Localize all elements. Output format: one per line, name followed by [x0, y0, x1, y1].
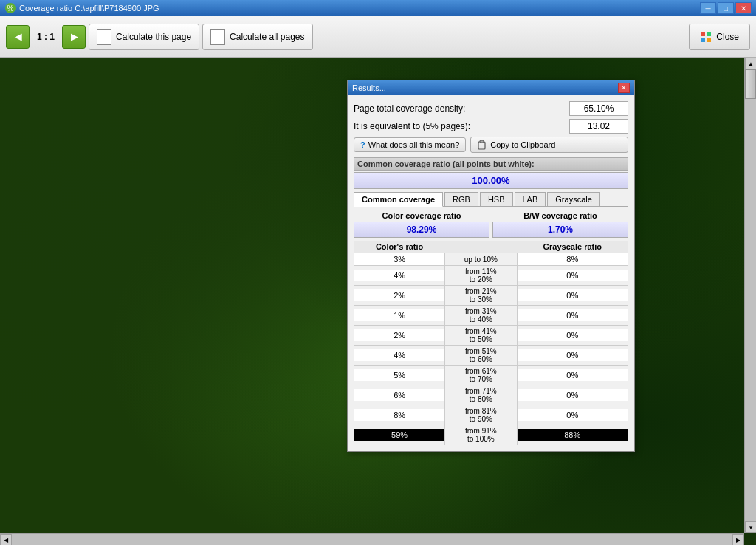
- grayscale-ratio-cell: 0%: [517, 385, 628, 405]
- tabs-row: Common coverage RGB HSB LAB Grayscale: [354, 192, 628, 207]
- range-cell: from 71% to 80%: [445, 385, 517, 405]
- maximize-button[interactable]: □: [718, 2, 734, 14]
- scrollbar-vertical[interactable]: ▲ ▼: [744, 58, 756, 533]
- range-cell: from 11% to 20%: [445, 266, 517, 286]
- next-button[interactable]: ▶: [62, 25, 86, 49]
- svg-rect-5: [707, 38, 711, 42]
- range-cell: from 41% to 50%: [445, 326, 517, 346]
- table-row: 3% up to 10% 8%: [354, 253, 628, 266]
- calculate-all-label: Calculate all pages: [230, 32, 304, 42]
- toolbar: ◀ 1 : 1 ▶ Calculate this page Calculate …: [0, 16, 756, 58]
- scroll-thumb-v[interactable]: [745, 69, 756, 99]
- color-ratio-cell: 3%: [354, 253, 445, 266]
- scroll-up-arrow[interactable]: ▲: [745, 58, 756, 69]
- color-ratio-header: Color's ratio: [354, 241, 445, 253]
- grayscale-ratio-header: Grayscale ratio: [517, 241, 628, 253]
- equivalent-value: 13.02: [569, 119, 628, 134]
- close-app-button[interactable]: Close: [689, 24, 750, 50]
- svg-rect-3: [707, 32, 711, 36]
- results-dialog: Results... ✕ Page total coverage density…: [347, 80, 635, 452]
- table-row: 1% from 31% to 40% 0%: [354, 306, 628, 326]
- color-ratio-cell: 6%: [354, 385, 445, 405]
- bw-coverage-value: 1.70%: [492, 222, 628, 238]
- window-close-button[interactable]: ✕: [735, 2, 752, 14]
- grayscale-ratio-cell: 0%: [517, 405, 628, 425]
- grayscale-ratio-cell: 0%: [517, 346, 628, 366]
- help-button[interactable]: ? What does all this mean?: [354, 137, 466, 152]
- tab-common-coverage[interactable]: Common coverage: [354, 192, 443, 207]
- color-ratio-cell: 59%: [354, 425, 445, 445]
- window-title: Coverage ratio C:\apfill\P7184900.JPG: [19, 4, 700, 13]
- tab-hsb[interactable]: HSB: [480, 192, 513, 206]
- next-icon: ▶: [71, 32, 78, 42]
- page-total-row: Page total coverage density: 65.10%: [354, 101, 628, 116]
- table-row: 59% from 91% to 100% 88%: [354, 425, 628, 445]
- calculate-page-button[interactable]: Calculate this page: [89, 24, 199, 50]
- windows-logo-icon: [700, 31, 712, 43]
- range-cell: from 81% to 90%: [445, 405, 517, 425]
- help-icon: ?: [360, 140, 365, 149]
- table-row: 8% from 81% to 90% 0%: [354, 405, 628, 425]
- color-ratio-cell: 2%: [354, 326, 445, 346]
- scroll-left-arrow[interactable]: ◀: [0, 534, 12, 545]
- grayscale-ratio-cell: 88%: [517, 425, 628, 445]
- help-label: What does all this mean?: [368, 140, 460, 149]
- range-cell: from 21% to 30%: [445, 286, 517, 306]
- minimize-button[interactable]: ─: [700, 2, 716, 14]
- page-icon: [97, 29, 111, 45]
- svg-text:%: %: [7, 4, 14, 13]
- color-ratio-cell: 4%: [354, 266, 445, 286]
- calculate-page-label: Calculate this page: [116, 32, 191, 42]
- table-row: 6% from 71% to 80% 0%: [354, 385, 628, 405]
- action-buttons-row: ? What does all this mean? Copy to Clipb…: [354, 137, 628, 153]
- scroll-right-arrow[interactable]: ▶: [732, 534, 744, 545]
- color-coverage-col: Color coverage ratio 98.29%: [354, 210, 489, 238]
- clipboard-icon: [477, 140, 487, 150]
- range-cell: from 91% to 100%: [445, 425, 517, 445]
- calculate-all-button[interactable]: Calculate all pages: [202, 24, 312, 50]
- grayscale-ratio-cell: 0%: [517, 266, 628, 286]
- tab-lab[interactable]: LAB: [515, 192, 546, 206]
- grayscale-ratio-cell: 0%: [517, 366, 628, 385]
- range-cell: from 51% to 60%: [445, 346, 517, 366]
- range-cell: from 61% to 70%: [445, 366, 517, 385]
- page-total-label: Page total coverage density:: [354, 103, 569, 114]
- table-row: 4% from 51% to 60% 0%: [354, 346, 628, 366]
- color-ratio-cell: 2%: [354, 286, 445, 306]
- common-coverage-value: 100.00%: [354, 172, 628, 189]
- tab-rgb[interactable]: RGB: [444, 192, 478, 206]
- table-row: 5% from 61% to 70% 0%: [354, 366, 628, 385]
- common-coverage-section: Common coverage ratio (all points but wh…: [354, 157, 628, 189]
- clipboard-button[interactable]: Copy to Clipboard: [470, 137, 628, 153]
- svg-rect-2: [701, 32, 705, 36]
- prev-button[interactable]: ◀: [6, 25, 30, 49]
- clipboard-label: Copy to Clipboard: [490, 140, 555, 149]
- scrollbar-horizontal[interactable]: ◀ ▶: [0, 533, 744, 545]
- dialog-body: Page total coverage density: 65.10% It i…: [348, 95, 634, 451]
- table-row: 2% from 21% to 30% 0%: [354, 286, 628, 306]
- color-ratio-cell: 5%: [354, 366, 445, 385]
- bw-coverage-col: B/W coverage ratio 1.70%: [492, 210, 628, 238]
- color-coverage-value: 98.29%: [354, 222, 489, 238]
- scroll-down-arrow[interactable]: ▼: [745, 521, 756, 533]
- app-icon: %: [4, 2, 16, 14]
- tab-grayscale[interactable]: Grayscale: [547, 192, 600, 206]
- equivalent-row: It is equivalent to (5% pages): 13.02: [354, 119, 628, 134]
- svg-rect-4: [701, 38, 705, 42]
- table-row: 2% from 41% to 50% 0%: [354, 326, 628, 346]
- grayscale-ratio-cell: 0%: [517, 286, 628, 306]
- table-row: 4% from 11% to 20% 0%: [354, 266, 628, 286]
- color-ratio-cell: 8%: [354, 405, 445, 425]
- range-cell: up to 10%: [445, 253, 517, 266]
- range-header: [445, 241, 517, 253]
- main-area: ▲ ▼ ◀ ▶ Results... ✕ Page total coverage…: [0, 58, 756, 545]
- ratio-table: Color's ratio Grayscale ratio 3% up to 1…: [354, 241, 628, 445]
- dialog-title-bar: Results... ✕: [348, 80, 634, 95]
- title-bar: % Coverage ratio C:\apfill\P7184900.JPG …: [0, 0, 756, 16]
- dialog-close-button[interactable]: ✕: [618, 83, 630, 93]
- range-cell: from 31% to 40%: [445, 306, 517, 326]
- bw-coverage-label: B/W coverage ratio: [492, 210, 628, 222]
- grayscale-ratio-cell: 0%: [517, 306, 628, 326]
- page-total-value: 65.10%: [569, 101, 628, 116]
- color-ratio-cell: 1%: [354, 306, 445, 326]
